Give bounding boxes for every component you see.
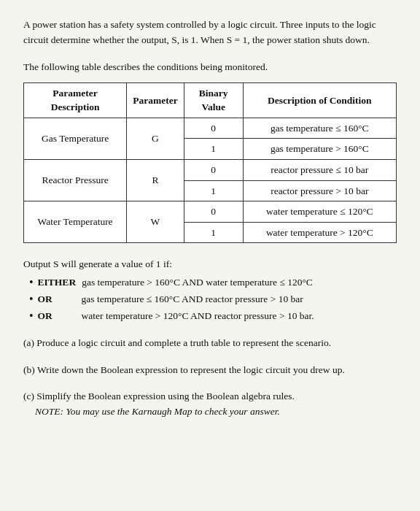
- question-a-label: (a): [23, 337, 34, 348]
- bullet-label-or1: OR: [38, 292, 76, 307]
- table-row: Reactor Pressure R 0 reactor pressure ≤ …: [24, 160, 397, 181]
- table-row: Water Temperature W 0 water temperature …: [24, 201, 397, 223]
- binary-water-1: 1: [184, 222, 243, 243]
- condition-reactor-1: reactor pressure > 10 bar: [243, 180, 396, 201]
- param-desc-water: Water Temperature: [24, 201, 127, 243]
- question-c-note: NOTE: You may use the Karnaugh Map to ch…: [35, 406, 280, 417]
- question-c-label: (c): [23, 391, 34, 402]
- param-reactor: R: [127, 160, 184, 201]
- conditions-table: Parameter Description Parameter Binary V…: [23, 82, 397, 244]
- bullet-text-or2: water temperature > 120°C AND reactor pr…: [82, 309, 397, 324]
- bullet-dot: •: [29, 309, 34, 324]
- output-title: Output S will generate a value of 1 if:: [23, 256, 397, 272]
- condition-gas-1: gas temperature > 160°C: [243, 139, 396, 160]
- condition-gas-0: gas temperature ≤ 160°C: [243, 118, 396, 139]
- binary-water-0: 0: [184, 201, 243, 223]
- condition-reactor-0: reactor pressure ≤ 10 bar: [243, 160, 396, 181]
- bullet-text-or1: gas temperature ≤ 160°C AND reactor pres…: [82, 292, 397, 307]
- binary-gas-1: 1: [184, 139, 243, 160]
- param-water: W: [127, 201, 184, 243]
- bullet-text-either: gas temperature > 160°C AND water temper…: [82, 275, 397, 291]
- bullet-dot: •: [29, 275, 34, 291]
- param-desc-reactor: Reactor Pressure: [24, 160, 127, 201]
- binary-gas-0: 0: [184, 118, 243, 139]
- table-header-param: Parameter: [127, 82, 184, 118]
- questions-section: (a) Produce a logic circuit and complete…: [23, 336, 397, 420]
- table-header-param-desc: Parameter Description: [24, 82, 127, 118]
- param-desc-gas: Gas Temperature: [24, 118, 127, 159]
- question-b-label: (b): [23, 364, 35, 375]
- output-section: Output S will generate a value of 1 if: …: [23, 256, 397, 323]
- list-item: • OR gas temperature ≤ 160°C AND reactor…: [29, 292, 397, 307]
- bullet-label-either: EITHER: [38, 275, 77, 291]
- table-header-condition: Description of Condition: [243, 82, 396, 118]
- question-b: (b) Write down the Boolean expression to…: [23, 363, 397, 378]
- bullet-dot: •: [29, 292, 34, 307]
- table-header-binary: Binary Value: [184, 82, 243, 118]
- bullet-label-or2: OR: [38, 309, 76, 324]
- list-item: • EITHER gas temperature > 160°C AND wat…: [29, 275, 397, 291]
- table-row: Gas Temperature G 0 gas temperature ≤ 16…: [24, 118, 397, 139]
- param-gas: G: [127, 118, 184, 159]
- question-c-text: Simplify the Boolean expression using th…: [36, 391, 295, 402]
- question-a: (a) Produce a logic circuit and complete…: [23, 336, 397, 351]
- intro-paragraph2: The following table describes the condit…: [23, 60, 397, 75]
- intro-paragraph1: A power station has a safety system cont…: [23, 18, 397, 48]
- question-a-text: Produce a logic circuit and complete a t…: [36, 337, 331, 348]
- condition-water-1: water temperature > 120°C: [243, 222, 396, 243]
- binary-reactor-1: 1: [184, 180, 243, 201]
- list-item: • OR water temperature > 120°C AND react…: [29, 309, 397, 324]
- question-c: (c) Simplify the Boolean expression usin…: [23, 389, 397, 420]
- condition-water-0: water temperature ≤ 120°C: [243, 201, 396, 223]
- question-b-text: Write down the Boolean expression to rep…: [37, 364, 345, 375]
- binary-reactor-0: 0: [184, 160, 243, 181]
- bullet-list: • EITHER gas temperature > 160°C AND wat…: [29, 275, 397, 324]
